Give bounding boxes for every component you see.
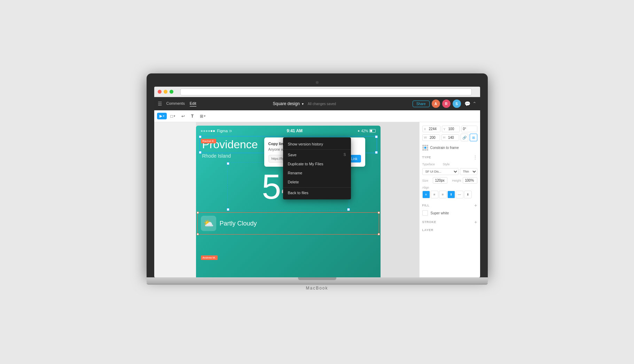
align-bottom[interactable]: ⬇	[464, 191, 472, 198]
laptop-hinge-notch	[298, 277, 336, 280]
topbar-nav: Comments Edit	[166, 101, 196, 106]
figma-main: Figma ⊃ 9:41 AM ✦ 42%	[154, 122, 480, 277]
grid-icon: ⊞	[200, 114, 203, 119]
comment-icon[interactable]: 💬	[464, 101, 470, 106]
dropdown-separator-2	[283, 187, 351, 188]
close-button[interactable]	[158, 90, 162, 94]
nav-comments[interactable]: Comments	[166, 101, 185, 106]
dropdown-item-back[interactable]: Back to files	[283, 188, 351, 197]
align-center[interactable]: ≡	[431, 191, 438, 198]
grid-tool[interactable]: ⊞ ▾	[197, 113, 208, 120]
frame-icon: □	[171, 114, 173, 119]
layer-section: LAYER	[422, 228, 477, 232]
save-shortcut: S	[344, 153, 346, 157]
dropdown-item-duplicate[interactable]: Duplicate to My Files	[283, 159, 351, 168]
dropdown-menu[interactable]: Show version history Save S Duplicate to…	[283, 137, 351, 199]
rotation-input[interactable]	[462, 126, 477, 132]
type-section: TYPE ⋮ Typeface Style SF UI Dis...	[422, 155, 477, 198]
text-icon: T	[191, 114, 194, 119]
align-right[interactable]: ≡	[439, 191, 447, 198]
align-top[interactable]: ⬆	[447, 191, 455, 198]
collaborator-rachel: Rachel E.	[201, 139, 217, 143]
maximize-button[interactable]	[170, 90, 173, 94]
screen: ☰ Comments Edit Square design ▾ All chan…	[154, 87, 480, 277]
topbar-center: Square design ▾ All changes saved	[201, 101, 408, 106]
size-label: Size	[422, 179, 431, 182]
text-tool[interactable]: T	[189, 113, 196, 120]
condition-text: Partly Cloudy	[220, 220, 257, 227]
typeface-select[interactable]: SF UI Dis...	[422, 168, 459, 175]
avatar-r[interactable]: R	[442, 100, 451, 108]
laptop-foot-strip	[147, 283, 488, 285]
height-input[interactable]	[447, 135, 459, 141]
right-panel: X Y	[419, 122, 480, 277]
width-input[interactable]	[428, 135, 440, 141]
avatar-s[interactable]: S	[453, 100, 461, 108]
align-label: Align	[422, 186, 477, 189]
back-icon: ↩	[181, 114, 185, 119]
y-input[interactable]	[447, 126, 460, 132]
typeface-label: Typeface	[422, 163, 441, 166]
constrain-row: Constrain to frame	[422, 145, 477, 151]
dropdown-item-version[interactable]: Show version history	[283, 140, 351, 149]
project-name[interactable]: Square design	[273, 101, 299, 106]
x-input[interactable]	[428, 126, 440, 132]
grid-arrow: ▾	[204, 114, 205, 118]
wifi-icon: ⊃	[229, 129, 232, 133]
weather-condition: ⛅ Partly Cloudy	[196, 211, 381, 236]
stroke-section-title: STROKE	[422, 220, 437, 224]
lock-ratio-icon[interactable]: 🔗	[461, 134, 468, 141]
share-button[interactable]: Share	[413, 101, 430, 107]
type-options-icon[interactable]: ⋮	[473, 155, 477, 160]
laptop-container: ☰ Comments Edit Square design ▾ All chan…	[147, 73, 488, 291]
fill-add-icon[interactable]: +	[474, 203, 477, 208]
collapse-icon[interactable]: ⌃	[472, 101, 477, 106]
font-size-input[interactable]: 120px	[433, 177, 447, 184]
stroke-add-icon[interactable]: +	[474, 219, 477, 225]
laptop-base	[147, 277, 488, 283]
align-left[interactable]: ≡	[422, 191, 430, 198]
constrain-icon[interactable]: ⊞	[470, 134, 477, 141]
dropdown-item-rename[interactable]: Rename	[283, 168, 351, 177]
dropdown-item-delete[interactable]: Delete	[283, 177, 351, 187]
saved-status: All changes saved	[308, 102, 336, 106]
stroke-section: STROKE +	[422, 219, 477, 225]
back-tool[interactable]: ↩	[179, 113, 187, 120]
dropdown-item-save[interactable]: Save S	[283, 150, 351, 159]
select-arrow: ▾	[163, 114, 164, 118]
select-icon: ▶	[159, 114, 162, 118]
battery-info: ✦ 42%	[357, 129, 375, 133]
figma-canvas[interactable]: Figma ⊃ 9:41 AM ✦ 42%	[154, 122, 419, 277]
fill-section-title: FILL	[422, 204, 430, 207]
camera	[316, 81, 319, 84]
position-section: X Y	[422, 126, 477, 141]
height-label: Height	[449, 179, 461, 182]
select-tool[interactable]: ▶ ▾	[157, 113, 167, 119]
style-select[interactable]: Thin	[460, 168, 477, 175]
minimize-button[interactable]	[164, 90, 167, 94]
line-height-input[interactable]: 100%	[463, 177, 477, 184]
fill-swatch[interactable]	[422, 210, 428, 216]
figma-topbar: ☰ Comments Edit Square design ▾ All chan…	[154, 97, 480, 110]
screen-bezel: ☰ Comments Edit Square design ▾ All chan…	[147, 73, 488, 277]
dropdown-separator-1	[283, 149, 351, 150]
avatar-a[interactable]: A	[432, 100, 440, 108]
figma-toolbar: ▶ ▾ □ ▾ ↩ T ⊞ ▾	[154, 110, 480, 122]
phone-status-bar: Figma ⊃ 9:41 AM ✦ 42%	[196, 126, 381, 134]
menu-icon[interactable]: ☰	[158, 101, 162, 106]
constrain-label: Constrain to frame	[430, 146, 459, 150]
topbar-right: Share A R S 💬 ⌃	[413, 100, 477, 108]
align-middle[interactable]: —	[456, 191, 463, 198]
dropdown-arrow[interactable]: ▾	[302, 102, 304, 106]
fill-section: FILL + Super white	[422, 203, 477, 216]
style-label: Style	[443, 163, 450, 166]
frame-tool[interactable]: □ ▾	[168, 113, 178, 120]
macbook-label: MacBook	[147, 286, 488, 291]
battery-percent: 42%	[361, 129, 368, 133]
url-bar[interactable]	[180, 88, 472, 95]
fill-color-label: Super white	[431, 211, 449, 215]
nav-edit[interactable]: Edit	[190, 101, 196, 106]
fill-row: Super white	[422, 210, 477, 216]
status-left: Figma ⊃	[201, 129, 232, 133]
frame-arrow: ▾	[174, 114, 175, 118]
